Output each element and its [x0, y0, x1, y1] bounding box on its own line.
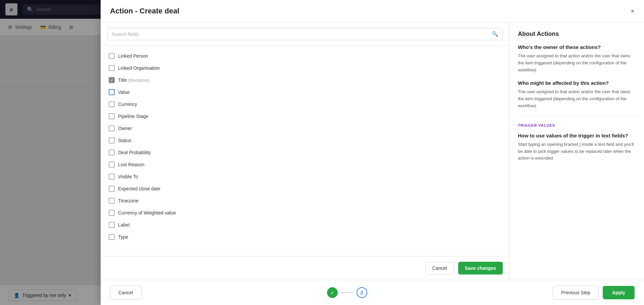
checkbox-timezone[interactable] — [109, 198, 115, 204]
field-label-linked-person: Linked Person — [118, 53, 501, 59]
about-a1: The user assigned to that action and/or … — [518, 53, 636, 73]
field-expected-close-date[interactable]: Expected close date — [107, 183, 503, 195]
field-label-owner: Owner — [118, 126, 501, 131]
field-label-deal-probability: Deal Probability — [118, 150, 501, 155]
step-1-done: ✓ — [327, 287, 338, 298]
modal-body: 🔍 Linked Person Linked Organisation Titl… — [101, 22, 644, 280]
left-panel: 🔍 Linked Person Linked Organisation Titl… — [101, 22, 510, 280]
trigger-title: TRIGGER VALUES — [518, 123, 636, 127]
about-a2: The user assigned to that action and/or … — [518, 88, 636, 109]
field-label-visible-to: Visible To — [118, 174, 501, 179]
field-label-type: Type — [118, 234, 501, 240]
modal-close-button[interactable]: × — [631, 8, 635, 14]
footer-cancel-button[interactable]: Cancel — [110, 286, 142, 300]
field-lost-reason[interactable]: Lost Reason — [107, 159, 503, 171]
checkbox-currency[interactable] — [109, 101, 115, 107]
about-q3: How to use values of the trigger in text… — [518, 133, 636, 138]
field-label-currency: Currency — [118, 102, 501, 107]
about-a3: Start typing an opening bracket [ inside… — [518, 141, 636, 162]
field-label-title: Title (Mandatory) — [118, 77, 501, 83]
checkbox-deal-probability[interactable] — [109, 149, 115, 156]
fields-search-icon: 🔍 — [492, 31, 498, 37]
footer-left: Cancel — [110, 286, 142, 300]
field-visible-to[interactable]: Visible To — [107, 171, 503, 183]
modal-footer: Cancel ✓ 2 Previous Step Apply — [101, 280, 644, 305]
field-type[interactable]: Type — [107, 231, 503, 243]
field-pipeline-stage[interactable]: Pipeline Stage — [107, 110, 503, 122]
modal-title: Action - Create deal — [110, 7, 179, 15]
apply-button[interactable]: Apply — [603, 286, 635, 299]
field-title[interactable]: Title (Mandatory) — [107, 74, 503, 86]
checkbox-expected-close-date[interactable] — [109, 186, 115, 192]
checkbox-status[interactable] — [109, 137, 115, 143]
left-panel-footer: Cancel Save changes — [101, 256, 509, 280]
about-title: About Actions — [518, 30, 636, 38]
fields-search-input[interactable] — [112, 32, 489, 37]
step-connector — [340, 292, 354, 293]
field-label-linked-organisation: Linked Organisation — [118, 65, 501, 71]
checkbox-linked-organisation[interactable] — [109, 65, 115, 71]
modal-header: Action - Create deal × — [101, 0, 644, 22]
about-q2: Who might be affected by this action? — [518, 80, 636, 86]
field-owner[interactable]: Owner — [107, 122, 503, 134]
field-label-expected-close-date: Expected close date — [118, 186, 501, 191]
mandatory-tag-title: (Mandatory) — [128, 78, 150, 83]
field-currency-weighted[interactable]: Currency of Weighted value — [107, 207, 503, 219]
divider — [518, 116, 636, 117]
field-label-value: Value — [118, 89, 501, 95]
right-panel: About Actions Who's the owner of these a… — [510, 22, 644, 280]
field-linked-person[interactable]: Linked Person — [107, 50, 503, 62]
about-section-1: Who's the owner of these actions? The us… — [518, 44, 636, 73]
checkbox-currency-weighted[interactable] — [109, 210, 115, 216]
checkbox-pipeline-stage[interactable] — [109, 113, 115, 119]
previous-step-button[interactable]: Previous Step — [553, 286, 599, 300]
field-label-pipeline-stage: Pipeline Stage — [118, 114, 501, 119]
field-linked-organisation[interactable]: Linked Organisation — [107, 62, 503, 74]
field-label-timezone: Timezone — [118, 198, 501, 203]
checkbox-lost-reason[interactable] — [109, 162, 115, 168]
step-indicator: ✓ 2 — [327, 287, 367, 298]
field-currency[interactable]: Currency — [107, 98, 503, 110]
checkbox-value[interactable] — [109, 89, 115, 95]
cancel-button[interactable]: Cancel — [425, 262, 454, 274]
field-label-label: Label — [118, 222, 501, 228]
field-label-currency-weighted: Currency of Weighted value — [118, 210, 501, 216]
field-timezone[interactable]: Timezone — [107, 195, 503, 207]
field-label-lost-reason: Lost Reason — [118, 162, 501, 167]
about-section-2: Who might be affected by this action? Th… — [518, 80, 636, 109]
fields-search-inner[interactable]: 🔍 — [107, 28, 503, 40]
checkbox-owner[interactable] — [109, 125, 115, 131]
checkbox-linked-person[interactable] — [109, 53, 115, 59]
field-value[interactable]: Value — [107, 86, 503, 98]
field-label[interactable]: Label — [107, 219, 503, 231]
step-2-current: 2 — [357, 287, 367, 298]
checkbox-title[interactable] — [109, 77, 115, 83]
fields-list: Linked Person Linked Organisation Title … — [101, 46, 509, 256]
about-q1: Who's the owner of these actions? — [518, 44, 636, 50]
fields-search-bar: 🔍 — [101, 22, 509, 46]
footer-right: Previous Step Apply — [553, 286, 635, 300]
modal: Action - Create deal × 🔍 Linked Person — [101, 0, 644, 305]
checkbox-type[interactable] — [109, 234, 115, 240]
save-changes-button[interactable]: Save changes — [458, 262, 503, 274]
checkbox-label[interactable] — [109, 222, 115, 228]
about-section-3: How to use values of the trigger in text… — [518, 133, 636, 162]
checkbox-visible-to[interactable] — [109, 174, 115, 180]
field-label-status: Status — [118, 138, 501, 143]
field-status[interactable]: Status — [107, 134, 503, 146]
field-deal-probability[interactable]: Deal Probability — [107, 146, 503, 159]
